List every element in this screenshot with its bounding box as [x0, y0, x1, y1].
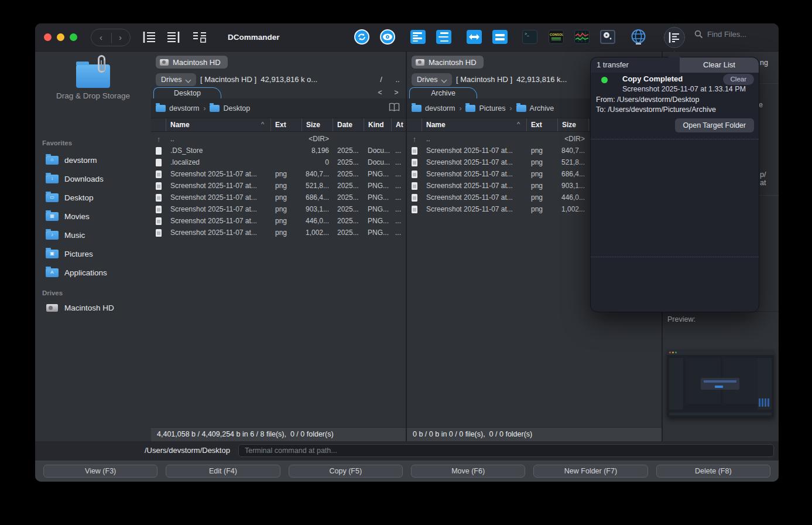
file-type-icon	[151, 194, 166, 202]
drive-select-button[interactable]: Macintosh HD	[156, 56, 228, 69]
folder-icon: ▣	[46, 250, 59, 258]
sidebar-item[interactable]: ⌂ devstorm	[42, 152, 146, 168]
terminal-icon[interactable]: >_	[522, 30, 537, 44]
function-button-delete-f8[interactable]: Delete (F8)	[656, 465, 770, 478]
sidebar-item-drive[interactable]: Macintosh HD	[42, 300, 146, 315]
dragdrop-storage[interactable]: Drag & Drop Storage	[35, 56, 151, 100]
terminal-command-input[interactable]	[238, 444, 774, 457]
function-button-view-f3[interactable]: View (F3)	[43, 465, 157, 478]
function-button-move-f6[interactable]: Move (F6)	[411, 465, 525, 478]
drives-dropdown[interactable]: Drives	[156, 73, 196, 86]
root-button[interactable]: /	[375, 73, 388, 86]
file-row[interactable]: Screenshot 2025-11-07 at... png 686,4...…	[151, 192, 406, 203]
tab-desktop[interactable]: Desktop	[153, 87, 221, 98]
file-type-icon	[407, 206, 422, 213]
folder-icon: ⌂	[46, 156, 59, 165]
folder-icon: ▭	[46, 193, 59, 202]
sidebar-item[interactable]: ▭ Desktop	[42, 190, 146, 205]
column-header: Date	[333, 118, 364, 131]
file-type-icon	[151, 217, 166, 225]
file-row[interactable]: Screenshot 2025-11-07 at... png 446,0...…	[151, 215, 406, 227]
file-operations-icon[interactable]	[436, 30, 451, 44]
preview-thumbnail	[667, 350, 774, 417]
swap-panels-icon[interactable]	[467, 30, 482, 44]
file-row[interactable]: Screenshot 2025-11-07 at... png 840,7...…	[151, 168, 406, 180]
function-key-bar: View (F3)Edit (F4)Copy (F5)Move (F6)New …	[35, 460, 779, 482]
sort-asc-icon: ^	[261, 121, 264, 128]
panel-settings-icon[interactable]	[410, 30, 426, 44]
breadcrumb-item[interactable]: Pictures ›	[465, 104, 516, 112]
icon-column	[407, 118, 422, 131]
file-row[interactable]: Screenshot 2025-11-07 at... png 521,8...…	[151, 180, 406, 192]
column-header: Ext	[526, 118, 557, 131]
activity-monitor-icon[interactable]	[574, 30, 590, 44]
transfers-button[interactable]	[664, 27, 685, 48]
file-row[interactable]: .. <DIR>	[151, 133, 406, 145]
sidebar-item[interactable]: ▣ Pictures	[42, 246, 146, 261]
icon-column	[151, 118, 166, 131]
function-button-edit-f4[interactable]: Edit (F4)	[166, 465, 280, 478]
close-button[interactable]	[44, 33, 52, 41]
disk-icon	[160, 59, 169, 66]
clear-transfer-button[interactable]: Clear	[723, 74, 754, 85]
view-split-icon[interactable]	[192, 31, 207, 43]
column-header: Ext	[270, 118, 301, 131]
view-list-right-icon[interactable]	[166, 31, 180, 43]
search-input[interactable]	[707, 30, 776, 39]
function-button-new-folder-f7[interactable]: New Folder (F7)	[533, 465, 647, 478]
drive-select-button[interactable]: Macintosh HD	[412, 56, 484, 69]
bookmarks-icon[interactable]	[389, 103, 400, 112]
breadcrumb-item[interactable]: devstorm ›	[156, 104, 210, 112]
column-headers[interactable]: ^ NameExtSizeDateKindAt	[151, 118, 406, 132]
disk-utility-icon[interactable]	[600, 30, 615, 44]
function-button-copy-f5[interactable]: Copy (F5)	[289, 465, 403, 478]
file-row[interactable]: .localized 0 2025... Docu... ...	[151, 156, 406, 168]
file-type-icon	[151, 135, 166, 144]
transfer-to-path: To: /Users/devstorm/Pictures/Archive	[596, 105, 716, 114]
network-globe-icon[interactable]	[631, 29, 646, 43]
console-icon[interactable]: CONSOLE	[549, 30, 564, 44]
tab-next-button[interactable]: >	[391, 87, 402, 98]
open-target-folder-button[interactable]: Open Target Folder	[675, 118, 754, 132]
minimize-button[interactable]	[57, 33, 64, 41]
sidebar-item-label: Macintosh HD	[64, 304, 114, 312]
equal-panels-icon[interactable]	[492, 30, 508, 44]
breadcrumb-separator: ›	[459, 104, 461, 112]
folder-icon: A	[46, 268, 59, 277]
file-row[interactable]: .DS_Store 8,196 2025... Docu... ...	[151, 145, 406, 156]
folder-icon	[156, 105, 166, 112]
chevron-down-icon	[186, 77, 191, 82]
parent-dir-button[interactable]: ..	[391, 73, 404, 86]
sidebar-item[interactable]: ♪ Music	[42, 227, 146, 243]
dragdrop-folder-icon	[76, 64, 110, 88]
sidebar-item-label: Pictures	[64, 250, 93, 258]
breadcrumb: devstorm › Desktop ›	[156, 98, 250, 118]
file-row[interactable]: Screenshot 2025-11-07 at... png 903,1...…	[151, 203, 406, 215]
breadcrumb-item[interactable]: Desktop ›	[210, 104, 250, 112]
chevron-down-icon	[442, 77, 447, 82]
sidebar-item[interactable]: ↓ Downloads	[42, 171, 146, 186]
drives-dropdown[interactable]: Drives	[412, 73, 452, 86]
file-type-icon	[407, 159, 422, 166]
zoom-button[interactable]	[70, 33, 77, 41]
folder-icon: ♪	[46, 231, 59, 240]
back-button[interactable]: ‹	[91, 29, 111, 46]
sidebar-item[interactable]: A Applications	[42, 265, 146, 280]
column-header: Size	[301, 118, 333, 131]
file-type-icon	[151, 182, 166, 190]
search-icon	[694, 30, 703, 39]
pane-status-bar: 0 b / 0 b in 0 / 0 file(s), 0 / 0 folder…	[407, 427, 662, 441]
file-row[interactable]: Screenshot 2025-11-07 at... png 1,002...…	[151, 227, 406, 238]
sidebar-item[interactable]: ▦ Movies	[42, 209, 146, 224]
sync-icon[interactable]	[354, 29, 369, 45]
forward-button[interactable]: ›	[111, 29, 130, 46]
tab-archive[interactable]: Archive	[409, 87, 477, 98]
show-hidden-eye-icon[interactable]	[380, 29, 395, 45]
clear-list-button[interactable]: Clear List	[680, 57, 759, 73]
column-header: Name	[422, 118, 526, 131]
view-list-left-icon[interactable]	[142, 31, 156, 43]
covered-text-fragment: ng	[760, 59, 768, 67]
breadcrumb-item[interactable]: devstorm ›	[412, 104, 465, 112]
breadcrumb-item[interactable]: Archive ›	[516, 104, 554, 112]
tab-prev-button[interactable]: <	[375, 87, 385, 98]
